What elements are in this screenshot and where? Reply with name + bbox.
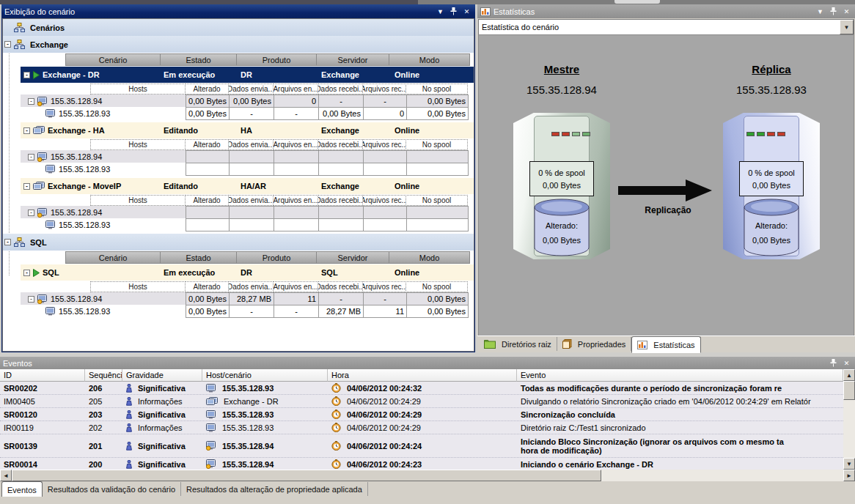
expander-icon[interactable]: -	[23, 72, 30, 78]
column-header-hosts[interactable]: No spool	[406, 195, 468, 206]
column-header-produto[interactable]: Produto	[236, 251, 317, 264]
column-header-hosts[interactable]: Alterado	[185, 281, 229, 292]
column-header-hosts[interactable]: Alterado	[185, 195, 229, 206]
expander-icon[interactable]: -	[4, 41, 11, 48]
column-header-modo[interactable]: Modo	[389, 251, 470, 264]
column-header-hosts[interactable]: Dados recebi...	[318, 195, 363, 206]
column-header-hosts[interactable]: Dados envia...	[228, 139, 274, 150]
event-row[interactable]: SR00014200Significativa155.35.128.9404/0…	[0, 458, 843, 470]
events-column-header-gravidade[interactable]: Gravidade	[122, 369, 202, 382]
group-row-cenarios[interactable]: Cenários	[3, 19, 474, 36]
tab-diretórios-raiz[interactable]: Diretórios raiz	[479, 337, 557, 351]
host-row[interactable]: 155.35.128.930,00 Bytes--0,00 Bytes00,00…	[3, 107, 474, 120]
column-header-hosts[interactable]: Arquivos rec...	[362, 281, 406, 292]
host-cell	[318, 218, 364, 231]
column-header-hosts[interactable]: Hosts	[90, 281, 186, 292]
events-column-header-evento[interactable]: Evento	[517, 369, 843, 382]
scenario-row[interactable]: -Exchange - MoveIPEditandoHA/ARExchangeO…	[3, 178, 474, 194]
event-row[interactable]: IR00119202Informações155.35.128.9304/06/…	[0, 421, 843, 434]
column-header-hosts[interactable]: Arquivos en...	[273, 84, 318, 94]
statistics-combobox[interactable]: Estatística do cenário ▼	[478, 19, 854, 35]
tab-resultados-da-validação-do-cenário[interactable]: Resultados da validação do cenário	[43, 482, 181, 496]
column-header-produto[interactable]: Produto	[236, 53, 317, 66]
column-header-servidor[interactable]: Servidor	[316, 53, 389, 66]
expander-icon[interactable]: -	[23, 270, 30, 276]
expander-icon[interactable]: -	[23, 183, 30, 190]
scrollbar-thumb[interactable]	[843, 381, 855, 400]
column-header-hosts[interactable]: Arquivos en...	[273, 281, 318, 292]
close-icon[interactable]: ✕	[841, 358, 852, 368]
host-row[interactable]: -155.35.128.94	[3, 206, 474, 219]
host-row[interactable]: 155.35.128.93	[3, 163, 474, 176]
host-row[interactable]: -155.35.128.940,00 Bytes0,00 Bytes0--0,0…	[3, 94, 474, 108]
event-row[interactable]: SR00202206Significativa155.35.128.9304/0…	[0, 382, 843, 395]
column-header-hosts[interactable]: Arquivos rec...	[362, 139, 406, 150]
events-column-header-id[interactable]: ID	[0, 369, 85, 382]
tab-resultados-da-alteração-de-propriedade-aplicada[interactable]: Resultados da alteração de propriedade a…	[181, 482, 368, 496]
pin-icon[interactable]	[448, 7, 459, 16]
scenario-row[interactable]: -Exchange - HAEditandoHAExchangeOnline	[3, 122, 474, 138]
column-header-hosts[interactable]: No spool	[406, 139, 468, 150]
scenario-row[interactable]: -SQLEm execuçãoDRSQLOnline	[3, 264, 474, 281]
column-header-hosts[interactable]: Arquivos en...	[273, 195, 318, 206]
panel-menu-icon[interactable]: ▼	[815, 7, 826, 16]
group-row-exchange[interactable]: -Exchange	[3, 36, 474, 53]
host-row[interactable]: -155.35.128.940,00 Bytes28,27 MB11--0,00…	[3, 292, 474, 305]
column-header-hosts[interactable]: No spool	[406, 281, 468, 292]
scrollbar-thumb[interactable]	[12, 470, 601, 481]
event-row[interactable]: IM00405205InformaçõesExchange - DR04/06/…	[0, 395, 843, 408]
column-header-hosts[interactable]: Dados envia...	[228, 281, 274, 292]
close-icon[interactable]: ✕	[461, 7, 472, 16]
column-header-servidor[interactable]: Servidor	[316, 251, 389, 264]
vertical-scrollbar[interactable]: ▲ ▼	[843, 369, 855, 470]
expander-icon[interactable]: -	[28, 154, 34, 160]
column-header-hosts[interactable]: Arquivos en...	[273, 139, 318, 150]
scroll-down-icon[interactable]: ▼	[843, 458, 855, 470]
column-header-cenário[interactable]: Cenário	[65, 251, 161, 264]
tab-estatísticas[interactable]: Estatísticas	[631, 336, 700, 353]
event-row[interactable]: SR00120203Significativa155.35.128.9304/0…	[0, 408, 843, 421]
expander-icon[interactable]: -	[4, 239, 11, 245]
column-header-hosts[interactable]: No spool	[406, 84, 468, 94]
pin-icon[interactable]	[828, 358, 839, 368]
column-header-cenário[interactable]: Cenário	[65, 53, 161, 66]
events-column-header-hora[interactable]: Hora	[328, 369, 517, 382]
expander-icon[interactable]: -	[28, 210, 34, 216]
column-header-hosts[interactable]: Dados envia...	[228, 195, 274, 206]
scroll-left-icon[interactable]: ◄	[0, 470, 12, 481]
column-header-modo[interactable]: Modo	[389, 53, 470, 66]
column-header-hosts[interactable]: Dados recebi...	[318, 281, 363, 292]
event-row[interactable]: SR00139201Significativa155.35.128.9404/0…	[0, 434, 843, 458]
tab-propriedades[interactable]: Propriedades	[557, 337, 631, 351]
host-row[interactable]: 155.35.128.93	[3, 218, 474, 231]
column-header-hosts[interactable]: Arquivos rec...	[362, 195, 406, 206]
horizontal-scrollbar[interactable]: ◄ ►	[0, 470, 855, 481]
column-header-hosts[interactable]: Hosts	[90, 195, 186, 206]
column-header-hosts[interactable]: Dados recebi...	[318, 139, 363, 150]
column-header-hosts[interactable]: Arquivos rec...	[362, 84, 406, 94]
column-header-hosts[interactable]: Alterado	[185, 84, 229, 94]
host-row[interactable]: 155.35.128.930,00 Bytes--28,27 MB110,00 …	[3, 305, 474, 318]
expander-icon[interactable]: -	[23, 127, 30, 134]
host-row[interactable]: -155.35.128.94	[3, 150, 474, 163]
pin-icon[interactable]	[828, 7, 839, 16]
column-header-estado[interactable]: Estado	[160, 53, 237, 66]
tab-eventos[interactable]: Eventos	[1, 481, 43, 498]
column-header-hosts[interactable]: Hosts	[90, 139, 186, 150]
scroll-up-icon[interactable]: ▲	[843, 369, 855, 381]
column-header-hosts[interactable]: Dados envia...	[228, 84, 274, 94]
chevron-down-icon[interactable]: ▼	[840, 20, 854, 34]
events-column-header-sequnci[interactable]: Sequênci▽	[85, 369, 122, 382]
expander-icon[interactable]: -	[28, 98, 34, 105]
column-header-hosts[interactable]: Hosts	[90, 84, 186, 94]
scenario-row[interactable]: -Exchange - DREm execuçãoDRExchangeOnlin…	[3, 67, 474, 83]
column-header-hosts[interactable]: Dados recebi...	[318, 84, 363, 94]
close-icon[interactable]: ✕	[841, 7, 852, 16]
expander-icon[interactable]: -	[28, 296, 34, 303]
events-column-header-hostcenrio[interactable]: Host/cenário	[202, 369, 328, 382]
panel-menu-icon[interactable]: ▼	[435, 7, 446, 16]
group-row-sql[interactable]: -SQL	[3, 234, 474, 251]
scroll-right-icon[interactable]: ►	[843, 470, 855, 481]
column-header-hosts[interactable]: Alterado	[185, 139, 229, 150]
column-header-estado[interactable]: Estado	[160, 251, 237, 264]
